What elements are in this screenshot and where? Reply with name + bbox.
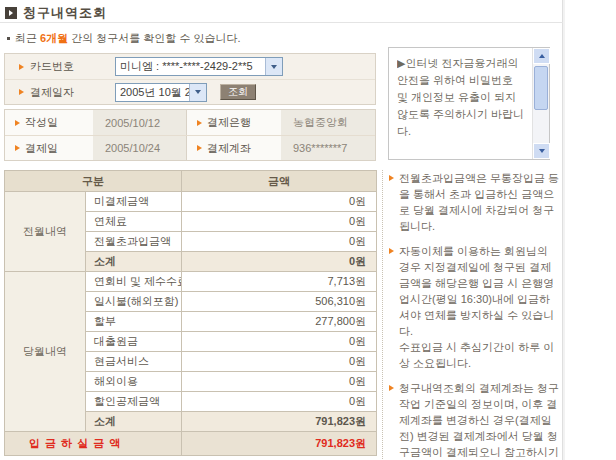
issue-date-label: 작성일	[5, 110, 93, 135]
item-amount: 7,713원	[182, 272, 377, 292]
arrow-bullet-icon	[15, 120, 20, 126]
note-text: 청구내역조회의 결제계좌는 청구작업 기준일의 정보이며, 이후 결제계좌를 변…	[399, 380, 560, 460]
title-divider	[0, 22, 563, 23]
summary-row: 작성일 2005/10/12 결제은행 농협중앙회	[5, 110, 375, 135]
list-item: 전월초과입금액은 무통장입금 등을 통해서 초과 입금하신 금액으로 당월 결제…	[389, 170, 560, 234]
col-header-category: 구분	[5, 171, 182, 192]
col-header-amount: 금액	[182, 171, 377, 192]
item-label: 할부	[86, 312, 182, 332]
page-header: 청구내역조회	[5, 4, 107, 22]
arrow-bullet-icon	[197, 120, 202, 126]
arrow-bullet-icon	[389, 175, 394, 181]
item-label: 할인공제금액	[86, 392, 182, 412]
title-square-icon	[5, 7, 17, 19]
item-amount: 0원	[182, 212, 377, 232]
item-label: 해외이용	[86, 372, 182, 392]
bank-label: 결제은행	[187, 110, 281, 135]
table-row: 당월내역 연회비 및 제수수료 7,713원	[5, 272, 377, 292]
payment-date-row: 결제일자 2005년 10월 23일 조회	[5, 79, 375, 104]
bank-value: 농협중앙회	[281, 110, 375, 135]
arrow-bullet-icon	[389, 248, 394, 254]
subtitle-highlight: 6개월	[40, 32, 68, 44]
arrow-bullet-icon	[389, 385, 394, 391]
item-amount: 277,800원	[182, 312, 377, 332]
card-number-label: 카드번호	[30, 59, 115, 74]
billing-inquiry-page: 청구내역조회 최근 6개월 간의 청구서를 확인할 수 있습니다. 카드번호 미…	[0, 0, 616, 460]
arrow-bullet-icon	[19, 64, 24, 70]
item-amount: 0원	[182, 352, 377, 372]
table-header-row: 구분 금액	[5, 171, 377, 192]
billing-summary: 작성일 2005/10/12 결제은행 농협중앙회 결제일 2005/10/24…	[4, 109, 376, 161]
subtotal-amount: 791,823원	[182, 412, 377, 432]
issue-date-value: 2005/10/12	[93, 110, 187, 135]
arrow-bullet-icon	[15, 145, 20, 151]
summary-row: 결제일 2005/10/24 결제계좌 936*******7	[5, 135, 375, 160]
billing-table: 구분 금액 전월내역 미결제금액 0원 연체료 0원 전월초과입금액 0원 소계…	[4, 170, 377, 456]
card-number-row: 카드번호 미니엠 : ****-****-2429-2**5	[5, 54, 375, 79]
search-form: 카드번호 미니엠 : ****-****-2429-2**5 결제일자 2005…	[4, 53, 376, 105]
account-value: 936*******7	[281, 136, 375, 160]
subtotal-amount: 0원	[182, 252, 377, 272]
notice-scrollbar[interactable]	[532, 48, 549, 159]
payment-date-value: 2005년 10월 23일	[116, 85, 189, 100]
list-item: 청구내역조회의 결제계좌는 청구작업 기준일의 정보이며, 이후 결제계좌를 변…	[389, 380, 560, 460]
item-label: 전월초과입금액	[86, 232, 182, 252]
dropdown-arrow-icon[interactable]	[189, 84, 206, 101]
item-amount: 0원	[182, 372, 377, 392]
page-subtitle: 최근 6개월 간의 청구서를 확인할 수 있습니다.	[7, 31, 241, 46]
note-text: 전월초과입금액은 무통장입금 등을 통해서 초과 입금하신 금액으로 당월 결제…	[399, 170, 560, 234]
subtitle-prefix: 최근	[15, 32, 40, 44]
total-row: 입 금 하 실 금 액 791,823원	[5, 432, 377, 456]
item-label: 대출원금	[86, 332, 182, 352]
scroll-down-icon[interactable]	[533, 143, 550, 159]
item-label: 일시불(해외포함)	[86, 292, 182, 312]
group-current-month: 당월내역	[5, 272, 86, 432]
item-amount: 0원	[182, 232, 377, 252]
card-number-value: 미니엠 : ****-****-2429-2**5	[116, 59, 265, 74]
subtotal-label: 소계	[86, 252, 182, 272]
arrow-bullet-icon	[197, 145, 202, 151]
dropdown-arrow-icon[interactable]	[265, 58, 282, 75]
dot-bullet-icon	[7, 37, 10, 40]
total-label: 입 금 하 실 금 액	[5, 432, 182, 456]
payment-date-label: 결제일자	[30, 85, 115, 100]
table-row: 전월내역 미결제금액 0원	[5, 192, 377, 212]
item-amount: 0원	[182, 392, 377, 412]
right-divider-line	[562, 0, 565, 460]
arrow-bullet-icon	[19, 89, 24, 95]
item-amount: 506,310원	[182, 292, 377, 312]
item-amount: 0원	[182, 192, 377, 212]
payment-date-select[interactable]: 2005년 10월 23일	[115, 83, 207, 102]
notice-text: ▶인터넷 전자금융거래의 안전을 위하여 비밀번호 및 개인정보 유출이 되지 …	[397, 55, 525, 156]
total-amount: 791,823원	[182, 432, 377, 456]
notice-paragraph: ▶인터넷 전자금융거래의 안전을 위하여 비밀번호 및 개인정보 유출이 되지 …	[397, 55, 525, 140]
scroll-up-icon[interactable]	[533, 48, 550, 64]
list-item: 자동이체를 이용하는 회원님의 경우 지정결제일에 청구된 결제금액을 해당은행…	[389, 243, 560, 371]
notice-scrollbox: ▶인터넷 전자금융거래의 안전을 위하여 비밀번호 및 개인정보 유출이 되지 …	[388, 47, 550, 160]
note-text: 자동이체를 이용하는 회원님의 경우 지정결제일에 청구된 결제금액을 해당은행…	[399, 243, 560, 371]
payment-day-label: 결제일	[5, 136, 93, 160]
page-title: 청구내역조회	[23, 4, 107, 22]
group-prev-month: 전월내역	[5, 192, 86, 272]
item-label: 연체료	[86, 212, 182, 232]
card-number-select[interactable]: 미니엠 : ****-****-2429-2**5	[115, 57, 283, 76]
item-amount: 0원	[182, 332, 377, 352]
scrollbar-thumb[interactable]	[534, 66, 548, 110]
search-button[interactable]: 조회	[220, 84, 256, 100]
subtotal-label: 소계	[86, 412, 182, 432]
item-label: 현금서비스	[86, 352, 182, 372]
item-label: 연회비 및 제수수료	[86, 272, 182, 292]
account-label: 결제계좌	[187, 136, 281, 160]
notes-list: 전월초과입금액은 무통장입금 등을 통해서 초과 입금하신 금액으로 당월 결제…	[382, 170, 560, 460]
item-label: 미결제금액	[86, 192, 182, 212]
payment-day-value: 2005/10/24	[93, 136, 187, 160]
subtitle-suffix: 간의 청구서를 확인할 수 있습니다.	[68, 32, 240, 44]
